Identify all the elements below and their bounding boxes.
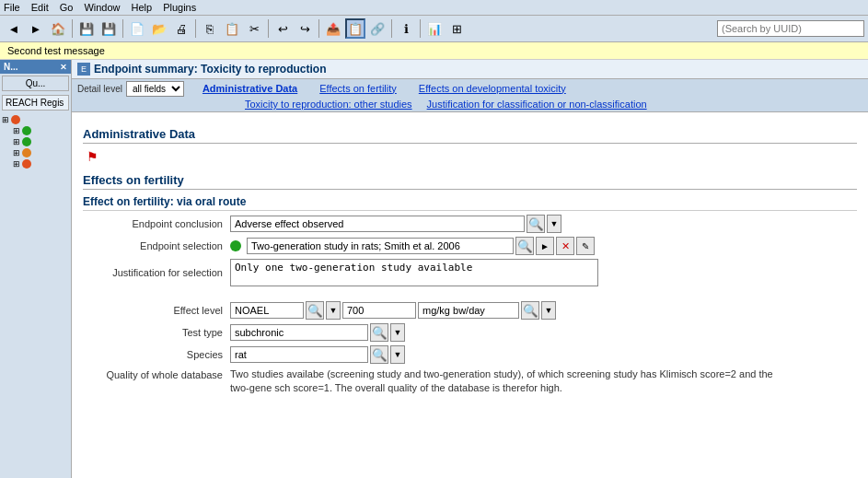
tree-expand-1-2[interactable]: ⊞ <box>13 137 20 146</box>
species-dropdown[interactable]: ▼ <box>390 345 405 364</box>
quality-row: Quality of whole database Two studies av… <box>83 367 857 396</box>
left-panel-title: N... <box>4 62 18 72</box>
back-button[interactable]: ◄ <box>4 18 24 39</box>
tab-effects-fertility[interactable]: Effects on fertility <box>316 83 400 96</box>
endpoint-selection-search[interactable]: 🔍 <box>515 237 534 255</box>
endpoint-selection-nav-next[interactable]: ► <box>536 237 554 255</box>
species-search[interactable]: 🔍 <box>370 345 388 364</box>
effect-level-type-dropdown[interactable]: ▼ <box>326 301 341 320</box>
menu-go[interactable]: Go <box>60 2 74 13</box>
effect-level-value-input[interactable] <box>342 302 416 319</box>
subtab-other-studies[interactable]: Toxicity to reproduction: other studies <box>241 99 416 110</box>
subtab-justification[interactable]: Justification for classification or non-… <box>423 99 651 110</box>
new-button[interactable]: 📄 <box>127 18 147 39</box>
menu-help[interactable]: Help <box>132 2 153 13</box>
info-button[interactable]: ℹ <box>396 18 416 39</box>
open-button[interactable]: 📂 <box>149 18 169 39</box>
administrative-data-header: Administrative Data <box>83 127 857 144</box>
content-area: Administrative Data ⚑ Effects on fertili… <box>72 112 868 478</box>
tree-expand-1-4[interactable]: ⊞ <box>13 159 20 169</box>
toolbar-separator-4 <box>268 19 269 38</box>
test-type-dropdown[interactable]: ▼ <box>390 323 405 342</box>
toolbar-separator-5 <box>318 19 319 38</box>
tree-expand-1-1[interactable]: ⊞ <box>13 126 20 135</box>
cut-button[interactable]: ✂ <box>244 18 264 39</box>
effect-level-label: Effect level <box>83 305 230 316</box>
species-input[interactable] <box>230 346 368 363</box>
endpoint-conclusion-row: Endpoint conclusion 🔍 ▼ <box>83 215 857 233</box>
tree-dot-1-2 <box>22 137 31 146</box>
toolbar-separator-6 <box>391 19 392 38</box>
home-button[interactable]: 🏠 <box>48 18 68 39</box>
detail-level-select[interactable]: all fields <box>126 81 184 97</box>
save-all-button[interactable]: 💾 <box>98 18 119 39</box>
green-status-dot <box>230 240 241 251</box>
endpoint-conclusion-search[interactable]: 🔍 <box>527 215 545 233</box>
copy-button[interactable]: ⎘ <box>200 18 220 39</box>
effect-oral-header: Effect on fertility: via oral route <box>83 195 857 211</box>
quality-control: Two studies availabe (screening study an… <box>230 367 857 396</box>
tree-dot-1-3 <box>22 148 31 157</box>
justification-textarea[interactable]: Only one two-generation study available <box>230 259 598 286</box>
quality-text: Two studies availabe (screening study an… <box>230 367 782 396</box>
right-content: E Endpoint summary: Toxicity to reproduc… <box>72 60 868 478</box>
effect-level-control: 🔍 ▼ 🔍 ▼ <box>230 301 857 320</box>
endpoint-selection-control: 🔍 ► ✕ ✎ <box>230 237 857 255</box>
tab-administrative-data[interactable]: Administrative Data <box>199 83 301 96</box>
endpoint-selection-delete[interactable]: ✕ <box>556 237 574 255</box>
effect-level-type-search[interactable]: 🔍 <box>306 301 324 320</box>
redo-button[interactable]: ↪ <box>295 18 315 39</box>
paste-button[interactable]: 📋 <box>222 18 242 39</box>
reach-label: REACH Regis <box>2 95 69 111</box>
effect-level-unit-search[interactable]: 🔍 <box>521 301 539 320</box>
species-row: Species 🔍 ▼ <box>83 345 857 364</box>
endpoint-conclusion-input[interactable] <box>230 216 525 232</box>
export-button[interactable]: 📤 <box>323 18 343 39</box>
tree-expand-1-3[interactable]: ⊞ <box>13 148 20 157</box>
endpoint-conclusion-control: 🔍 ▼ <box>230 215 857 233</box>
grid-button[interactable]: ⊞ <box>446 18 467 39</box>
endpoint-selection-row: Endpoint selection 🔍 ► ✕ ✎ <box>83 237 857 255</box>
tab-effects-developmental[interactable]: Effects on developmental toxicity <box>415 83 570 96</box>
menu-window[interactable]: Window <box>84 2 120 13</box>
tree-dot-1-4 <box>22 159 31 169</box>
menu-plugins[interactable]: Plugins <box>163 2 196 13</box>
chart-button[interactable]: 📊 <box>424 18 445 39</box>
effects-on-fertility-header: Effects on fertility <box>83 173 857 190</box>
tree-item-1-1: ⊞ <box>13 125 69 136</box>
tab-bar: Detail level all fields Administrative D… <box>72 79 868 112</box>
forward-button[interactable]: ► <box>26 18 46 39</box>
tree-expand-1[interactable]: ⊞ <box>2 115 9 124</box>
print-button[interactable]: 🖨 <box>171 18 191 39</box>
endpoint-selection-input[interactable] <box>247 238 514 254</box>
uuid-search-input[interactable] <box>717 20 864 37</box>
test-type-input[interactable] <box>230 324 368 341</box>
menu-file[interactable]: File <box>4 2 20 13</box>
save-button[interactable]: 💾 <box>76 18 97 39</box>
message-bar: Second test message <box>0 42 868 60</box>
undo-button[interactable]: ↩ <box>272 18 293 39</box>
menu-edit[interactable]: Edit <box>31 2 49 13</box>
effect-level-unit-dropdown[interactable]: ▼ <box>541 301 556 320</box>
toolbar-separator-7 <box>420 19 421 38</box>
link-button[interactable]: 🔗 <box>367 18 388 39</box>
justification-label: Justification for selection <box>83 267 230 278</box>
left-panel-header: N... ✕ <box>0 60 71 74</box>
menu-bar: File Edit Go Window Help Plugins <box>0 0 868 16</box>
left-panel-close[interactable]: ✕ <box>60 63 67 72</box>
test-type-row: Test type 🔍 ▼ <box>83 323 857 342</box>
quick-search-button[interactable]: Qu... <box>2 76 69 91</box>
endpoint-selection-edit[interactable]: ✎ <box>576 237 595 255</box>
effect-level-unit-input[interactable] <box>418 302 519 319</box>
tree-item-1-3: ⊞ <box>13 147 69 158</box>
toolbar-separator-1 <box>72 19 73 38</box>
effect-level-row: Effect level 🔍 ▼ 🔍 ▼ <box>83 301 857 320</box>
effect-level-type-input[interactable] <box>230 302 304 319</box>
test-type-search[interactable]: 🔍 <box>370 323 388 342</box>
endpoint-conclusion-dropdown[interactable]: ▼ <box>547 215 561 233</box>
flag-icon[interactable]: ⚑ <box>87 149 98 164</box>
justification-control: Only one two-generation study available <box>230 259 857 286</box>
flag-area: ⚑ <box>83 147 857 166</box>
active-button[interactable]: 📋 <box>345 18 365 39</box>
quality-label: Quality of whole database <box>83 367 230 380</box>
